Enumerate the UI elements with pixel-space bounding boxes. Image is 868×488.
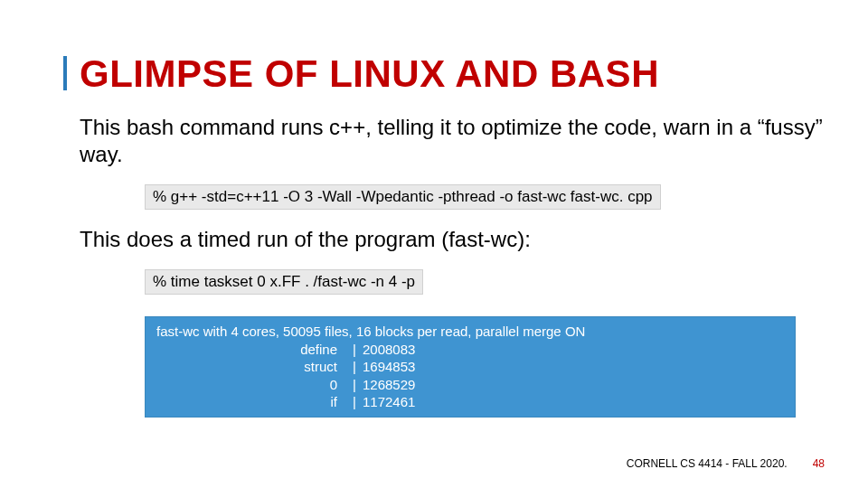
page-number: 48 (813, 457, 825, 470)
compile-command-box: % g++ -std=c++11 -O 3 -Wall -Wpedantic -… (145, 184, 661, 210)
title-wrap: GLIMPSE OF LINUX AND BASH (63, 54, 832, 94)
program-output-box: fast-wc with 4 cores, 50095 files, 16 bl… (145, 316, 796, 418)
output-value: 2008083 (363, 341, 415, 359)
output-label: struct (156, 358, 346, 376)
slide-footer: CORNELL CS 4414 - FALL 2020. 48 (627, 457, 825, 470)
output-row: 0 | 1268529 (156, 376, 784, 394)
output-label: if (156, 393, 346, 411)
output-row: struct | 1694853 (156, 358, 784, 376)
paragraph-2: This does a timed run of the program (fa… (63, 226, 832, 253)
title-accent-bar (63, 56, 67, 90)
footer-course: CORNELL CS 4414 - FALL 2020. (627, 457, 788, 470)
output-row: if | 1172461 (156, 393, 784, 411)
output-value: 1694853 (363, 358, 415, 376)
output-sep: | (346, 341, 363, 359)
paragraph-1: This bash command runs c++, telling it t… (63, 114, 832, 168)
slide-title: GLIMPSE OF LINUX AND BASH (80, 54, 832, 94)
output-label: 0 (156, 376, 346, 394)
output-value: 1172461 (363, 393, 415, 411)
output-header: fast-wc with 4 cores, 50095 files, 16 bl… (156, 323, 784, 341)
output-sep: | (346, 358, 363, 376)
output-sep: | (346, 393, 363, 411)
run-command-box: % time taskset 0 x.FF . /fast-wc -n 4 -p (145, 269, 423, 295)
output-label: define (156, 341, 346, 359)
slide: GLIMPSE OF LINUX AND BASH This bash comm… (0, 0, 868, 488)
output-sep: | (346, 376, 363, 394)
output-value: 1268529 (363, 376, 415, 394)
output-row: define | 2008083 (156, 341, 784, 359)
